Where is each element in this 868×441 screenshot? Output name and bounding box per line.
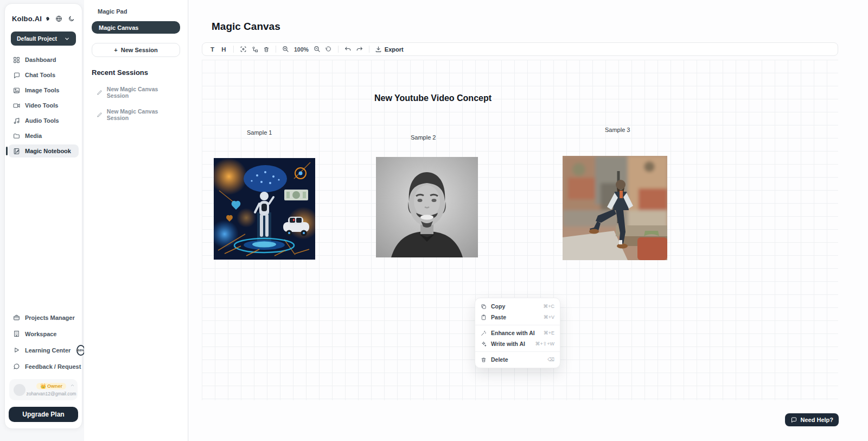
menu-label: Delete [491, 356, 508, 363]
notebook-pen-icon [13, 148, 20, 155]
context-menu-write-with-ai[interactable]: Write with AI ⌘+⇧+W [475, 338, 560, 349]
app-logo: Kolbo.AI [12, 15, 42, 23]
sample-image-2[interactable] [376, 157, 478, 257]
menu-shortcut: ⌘+V [544, 314, 554, 320]
sample-1-label[interactable]: Sample 1 [247, 129, 272, 136]
session-name: New Magic Canvas Session [107, 108, 180, 121]
menu-label: Copy [491, 303, 505, 310]
dark-mode-moon-icon[interactable] [68, 15, 75, 22]
sidebar-item-video-tools[interactable]: Video Tools [8, 99, 79, 112]
sidebar-item-chat-tools[interactable]: Chat Tools [8, 68, 79, 81]
undo-button[interactable] [342, 44, 354, 54]
chat-icon [13, 72, 20, 79]
context-menu-delete[interactable]: Delete ⌫ [475, 354, 560, 365]
export-label: Export [385, 46, 404, 53]
toolbar-divider [233, 46, 234, 53]
user-email: zoharvan12@gmail.com [27, 391, 76, 396]
ai-collage-illustration [214, 158, 315, 260]
sidebar-item-audio-tools[interactable]: Audio Tools [8, 114, 79, 127]
dashboard-grid-icon [13, 56, 20, 64]
context-menu: Copy ⌘+C Paste ⌘+V Enhance with AI ⌘+E W… [475, 298, 560, 368]
need-help-button[interactable]: Need Help? [785, 413, 839, 426]
zoom-in-icon [282, 46, 289, 53]
logo-row: Kolbo.AI [5, 15, 82, 23]
redo-button[interactable] [354, 44, 365, 54]
zoom-in-button[interactable] [280, 44, 291, 54]
connector-icon [252, 46, 258, 53]
sidebar-item-learning-center[interactable]: Learning Center 66% [8, 344, 79, 356]
need-help-label: Need Help? [800, 417, 833, 423]
sidebar-item-projects-manager[interactable]: Projects Manager [8, 311, 79, 324]
user-account-box[interactable]: 👑 Owner zoharvan12@gmail.com [9, 379, 78, 400]
tab-magic-canvas[interactable]: Magic Canvas [92, 21, 180, 34]
sample-image-3[interactable] [563, 156, 667, 260]
delete-tool-button[interactable] [260, 44, 272, 54]
clipboard-icon [481, 314, 487, 320]
nav-label: Video Tools [25, 102, 58, 109]
nav-label: Projects Manager [25, 314, 75, 321]
menu-shortcut: ⌫ [547, 357, 554, 362]
portrait-illustration [376, 157, 478, 257]
export-button[interactable]: Export [373, 44, 405, 54]
sidebar-item-workspace[interactable]: Workspace [8, 327, 79, 340]
user-info: 👑 Owner zoharvan12@gmail.com [29, 383, 73, 396]
sidebar-item-media[interactable]: Media [8, 129, 79, 142]
session-list-item[interactable]: New Magic Canvas Session [92, 108, 180, 121]
project-selector[interactable]: Default Project [11, 32, 76, 46]
brain-head-icon [46, 15, 50, 23]
video-camera-icon [13, 102, 20, 109]
upgrade-plan-button[interactable]: Upgrade Plan [9, 407, 78, 422]
tab-magic-pad[interactable]: Magic Pad [92, 8, 180, 15]
sample-3-label[interactable]: Sample 3 [605, 127, 630, 133]
sidebar-item-image-tools[interactable]: Image Tools [8, 84, 79, 97]
canvas-grid[interactable]: New Youtube Video Concept Sample 1 Sampl… [202, 60, 838, 400]
sidebar-item-dashboard[interactable]: Dashboard [8, 53, 79, 66]
session-panel: Magic Pad Magic Canvas + New Session Rec… [84, 0, 188, 441]
new-session-button[interactable]: + New Session [92, 43, 180, 57]
active-indicator [6, 147, 8, 155]
context-menu-paste[interactable]: Paste ⌘+V [475, 312, 560, 323]
connector-tool-button[interactable] [249, 44, 260, 54]
ai-select-tool-button[interactable] [238, 44, 249, 54]
app-sidebar: Kolbo.AI Default Project Dashboard Chat … [4, 3, 82, 429]
media-folder-icon [13, 133, 20, 140]
magic-wand-icon [481, 330, 487, 336]
sample-image-1[interactable] [214, 158, 315, 260]
reset-view-button[interactable] [323, 44, 334, 54]
help-chat-icon [790, 417, 797, 423]
heading-tool-button[interactable]: H [218, 44, 229, 54]
sidebar-nav: Dashboard Chat Tools Image Tools Video T… [5, 53, 82, 158]
context-menu-enhance-with-ai[interactable]: Enhance with AI ⌘+E [475, 327, 560, 338]
music-note-icon [13, 117, 20, 124]
scan-select-icon [240, 46, 247, 53]
context-menu-copy[interactable]: Copy ⌘+C [475, 301, 560, 312]
menu-shortcut: ⌘+⇧+W [535, 341, 554, 346]
sample-2-label[interactable]: Sample 2 [411, 134, 436, 141]
toolbar-divider [369, 46, 369, 53]
download-icon [375, 46, 382, 53]
briefcase-icon [13, 314, 20, 321]
nav-label: Magic Notebook [25, 148, 71, 154]
menu-divider [475, 351, 560, 352]
zoom-out-button[interactable] [311, 44, 323, 54]
session-list-item[interactable]: New Magic Canvas Session [92, 86, 180, 99]
plus-icon: + [114, 47, 117, 53]
text-tool-button[interactable]: T [207, 44, 218, 54]
feedback-bubble-icon [13, 363, 20, 370]
menu-shortcut: ⌘+C [543, 304, 554, 309]
new-session-label: New Session [121, 47, 158, 53]
sidebar-item-feedback-request[interactable]: Feedback / Request [8, 360, 79, 373]
nav-label: Feedback / Request [25, 363, 81, 370]
toolbar-divider [276, 46, 276, 53]
page-title: Magic Canvas [212, 21, 280, 33]
nav-label: Dashboard [25, 56, 56, 63]
nav-label: Image Tools [25, 87, 59, 93]
language-globe-icon[interactable] [55, 15, 62, 22]
canvas-heading-text[interactable]: New Youtube Video Concept [374, 93, 492, 103]
sidebar-item-magic-notebook[interactable]: Magic Notebook [8, 144, 79, 158]
owner-badge: 👑 Owner [36, 383, 66, 389]
trash-icon [263, 46, 270, 53]
rotate-icon [325, 46, 331, 53]
pencil-icon [97, 112, 103, 118]
user-menu-caret-icon[interactable] [70, 383, 75, 388]
